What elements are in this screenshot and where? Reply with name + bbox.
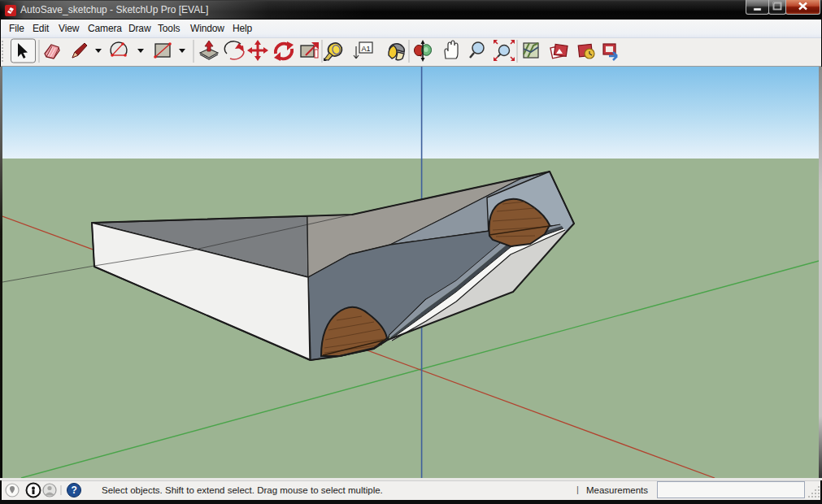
svg-text:A1: A1 xyxy=(362,45,371,53)
svg-text:?: ? xyxy=(72,484,77,496)
